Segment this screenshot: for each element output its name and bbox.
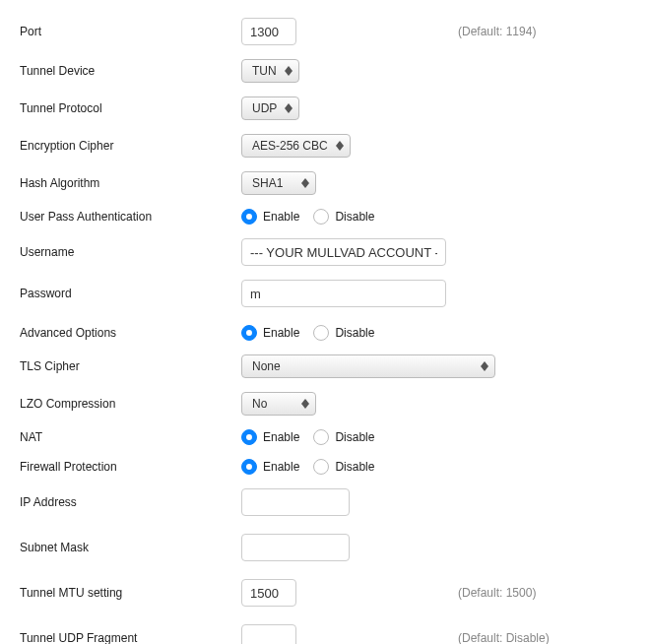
firewall-protection-disable-radio[interactable]: Disable [313, 459, 374, 475]
user-pass-auth-label: User Pass Authentication [20, 210, 241, 224]
advanced-options-disable-radio[interactable]: Disable [313, 325, 374, 341]
subnet-mask-label: Subnet Mask [20, 541, 241, 554]
tunnel-mtu-hint: (Default: 1500) [448, 586, 630, 600]
lzo-compression-label: LZO Compression [20, 397, 241, 411]
tunnel-protocol-label: Tunnel Protocol [20, 101, 241, 115]
encryption-cipher-select[interactable]: AES-256 CBC [241, 134, 351, 158]
tls-cipher-label: TLS Cipher [20, 359, 241, 373]
chevron-updown-icon [301, 399, 309, 409]
tls-cipher-value: None [252, 359, 281, 373]
username-input[interactable] [241, 238, 446, 266]
username-label: Username [20, 245, 241, 259]
tunnel-udp-fragment-label: Tunnel UDP Fragment [20, 631, 241, 644]
tunnel-udp-fragment-input[interactable] [241, 624, 296, 644]
chevron-updown-icon [285, 103, 292, 113]
tls-cipher-select[interactable]: None [241, 354, 495, 378]
svg-marker-5 [336, 146, 344, 151]
advanced-options-label: Advanced Options [20, 326, 241, 340]
firewall-protection-enable-radio[interactable]: Enable [241, 459, 299, 475]
port-label: Port [20, 25, 241, 38]
tunnel-protocol-value: UDP [252, 101, 277, 115]
user-pass-auth-enable-radio[interactable]: Enable [241, 209, 299, 225]
svg-marker-7 [301, 183, 309, 188]
ip-address-input[interactable] [241, 488, 350, 516]
hash-algorithm-value: SHA1 [252, 176, 283, 190]
subnet-mask-input[interactable] [241, 534, 350, 561]
password-label: Password [20, 287, 241, 300]
firewall-protection-label: Firewall Protection [20, 460, 241, 474]
tunnel-protocol-select[interactable]: UDP [241, 97, 299, 120]
port-input[interactable] [241, 18, 296, 45]
port-hint: (Default: 1194) [448, 25, 630, 38]
tunnel-mtu-label: Tunnel MTU setting [20, 586, 241, 600]
svg-marker-3 [285, 108, 292, 113]
encryption-cipher-label: Encryption Cipher [20, 139, 241, 153]
nat-enable-radio[interactable]: Enable [241, 429, 299, 445]
tunnel-mtu-input[interactable] [241, 579, 296, 607]
nat-disable-radio[interactable]: Disable [313, 429, 374, 445]
chevron-updown-icon [285, 66, 292, 76]
svg-marker-9 [481, 366, 488, 371]
nat-label: NAT [20, 430, 241, 444]
tunnel-device-value: TUN [252, 64, 277, 78]
lzo-compression-select[interactable]: No [241, 392, 316, 416]
svg-marker-1 [285, 71, 292, 76]
advanced-options-enable-radio[interactable]: Enable [241, 325, 299, 341]
hash-algorithm-label: Hash Algorithm [20, 176, 241, 190]
tunnel-device-label: Tunnel Device [20, 64, 241, 78]
lzo-compression-value: No [252, 397, 267, 411]
tunnel-udp-fragment-hint: (Default: Disable) [448, 631, 630, 644]
user-pass-auth-disable-radio[interactable]: Disable [313, 209, 374, 225]
chevron-updown-icon [481, 361, 488, 371]
chevron-updown-icon [336, 141, 344, 151]
chevron-updown-icon [301, 178, 309, 188]
ip-address-label: IP Address [20, 495, 241, 509]
encryption-cipher-value: AES-256 CBC [252, 139, 328, 153]
tunnel-device-select[interactable]: TUN [241, 59, 299, 83]
hash-algorithm-select[interactable]: SHA1 [241, 171, 316, 195]
svg-marker-11 [301, 404, 309, 409]
password-input[interactable] [241, 280, 446, 307]
